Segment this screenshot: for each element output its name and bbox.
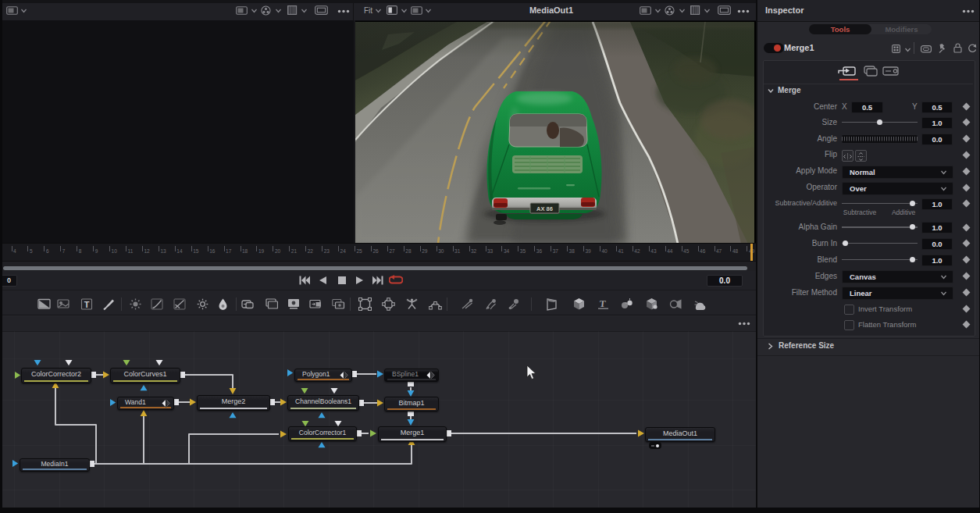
svg-text:AX 86: AX 86 (536, 205, 553, 212)
svg-text:T: T (84, 300, 90, 309)
svg-text:T: T (599, 298, 606, 309)
